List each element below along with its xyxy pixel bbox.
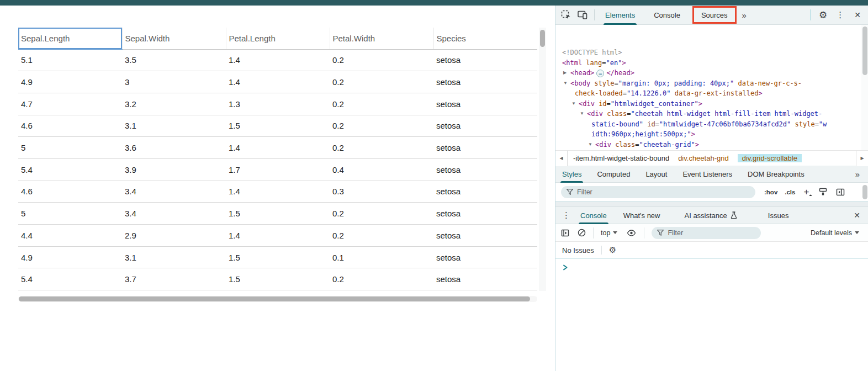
table-cell[interactable]: 4.9 [18,71,122,93]
breadcrumb-item[interactable]: -item.html-widget-static-bound [573,154,669,162]
table-row[interactable]: 5.43.71.50.2setosa [18,268,537,290]
table-cell[interactable]: 5.4 [18,268,122,290]
tab-layout[interactable]: Layout [640,166,673,183]
column-header-petal-length[interactable]: Petal.Length [226,28,330,49]
table-cell[interactable]: 5.1 [18,49,122,71]
column-header-sepal-length[interactable]: Sepal.Length [18,28,122,49]
table-row[interactable]: 4.42.91.40.2setosa [18,225,537,247]
column-header-petal-width[interactable]: Petal.Width [330,28,433,49]
dom-tree-line[interactable]: <html lang="en"> [555,58,868,68]
table-cell[interactable]: 0.2 [330,203,433,225]
table-row[interactable]: 5.43.91.70.4setosa [18,158,537,181]
table-cell[interactable]: 0.2 [330,115,433,137]
table-cell[interactable]: 0.4 [330,158,433,181]
table-cell[interactable]: 0.2 [330,225,433,247]
tab-styles[interactable]: Styles [557,166,587,183]
table-row[interactable]: 4.63.11.50.2setosa [18,115,537,137]
collapse-arrow-icon[interactable]: ▼ [580,109,584,119]
dom-tree-line[interactable]: ▼<div class="cheetah-grid"> [555,140,868,150]
table-cell[interactable]: 1.5 [226,246,330,268]
devtools-menu-icon[interactable]: ⋮ [836,10,844,20]
table-cell[interactable]: 1.5 [226,115,330,137]
table-cell[interactable]: 3.4 [122,203,226,225]
column-header-species[interactable]: Species [433,28,537,49]
table-cell[interactable]: 0.2 [330,71,433,93]
table-vertical-scrollbar-thumb[interactable] [540,30,545,47]
log-levels-dropdown[interactable]: Default levels [811,229,859,237]
table-cell[interactable]: 1.5 [226,203,330,225]
table-horizontal-scrollbar-thumb[interactable] [19,296,530,301]
drawer-menu-icon[interactable]: ⋮ [562,210,570,220]
table-cell[interactable]: 0.2 [330,137,433,159]
styles-more-tabs-icon[interactable]: » [853,169,861,179]
table-cell[interactable]: 1.5 [226,268,330,290]
table-cell[interactable]: 3.9 [122,158,226,181]
table-cell[interactable]: 0.2 [330,268,433,290]
table-cell[interactable]: 0.2 [330,49,433,71]
table-cell[interactable]: setosa [433,246,537,268]
drawer-tab-console[interactable]: Console [575,207,612,224]
table-row[interactable]: 4.63.41.40.3setosa [18,181,537,203]
table-row[interactable]: 53.61.40.2setosa [18,137,537,159]
table-row[interactable]: 5.13.51.40.2setosa [18,49,537,71]
settings-gear-icon[interactable]: ⚙ [819,9,827,21]
tab-console[interactable]: Console [648,6,686,25]
table-cell[interactable]: 4.7 [18,93,122,115]
paint-roller-icon[interactable] [819,188,827,196]
table-cell[interactable]: 1.4 [226,181,330,203]
table-cell[interactable]: setosa [433,203,537,225]
table-cell[interactable]: setosa [433,181,537,203]
issues-settings-gear-icon[interactable]: ⚙ [609,245,616,255]
tab-sources[interactable]: Sources [696,6,733,25]
table-cell[interactable]: setosa [433,49,537,71]
tab-elements[interactable]: Elements [600,6,641,25]
table-row[interactable]: 4.73.21.30.2setosa [18,93,537,115]
table-cell[interactable]: 3.7 [122,268,226,290]
table-cell[interactable]: 5 [18,203,122,225]
table-cell[interactable]: 0.3 [330,181,433,203]
expand-arrow-icon[interactable]: ▶ [563,68,567,78]
table-cell[interactable]: 4.4 [18,225,122,247]
table-cell[interactable]: 1.4 [226,49,330,71]
collapse-arrow-icon[interactable]: ▼ [588,140,592,150]
table-cell[interactable]: 4.9 [18,246,122,268]
tab-event-listeners[interactable]: Event Listeners [677,166,738,183]
breadcrumb-item[interactable]: div.grid-scrollable [738,154,802,162]
table-cell[interactable]: 0.2 [330,93,433,115]
dom-tree-scrollbar-thumb[interactable] [862,26,867,75]
devtools-close-icon[interactable]: ✕ [854,10,861,19]
console-filter-input[interactable]: Filter [652,227,761,239]
collapse-arrow-icon[interactable]: ▼ [571,99,576,109]
table-cell[interactable]: 1.4 [226,225,330,247]
breadcrumb-back-icon[interactable]: ◀ [555,151,568,166]
table-cell[interactable]: setosa [433,268,537,290]
dom-tree-line[interactable]: ▼<div id="htmlwidget_container"> [555,99,868,109]
table-row[interactable]: 53.41.50.2setosa [18,203,537,225]
more-tabs-icon[interactable]: » [740,10,748,20]
dom-tree-line[interactable]: ▼<body style="margin: 0px; padding: 40px… [555,78,868,89]
table-cell[interactable]: 3.2 [122,93,226,115]
table-cell[interactable]: 3.4 [122,181,226,203]
styles-scrollbar-thumb[interactable] [862,185,867,199]
table-cell[interactable]: 0.1 [330,246,433,268]
dom-tree-line[interactable]: <canvas width="945" height="485" style="… [555,150,868,150]
table-cell[interactable]: 5 [18,137,122,159]
breadcrumb-forward-icon[interactable]: ▶ [856,151,868,166]
dom-tree-line[interactable]: <!DOCTYPE html> [555,47,868,58]
tab-dom-breakpoints[interactable]: DOM Breakpoints [742,166,810,183]
table-cell[interactable]: 1.7 [226,158,330,181]
inspect-element-icon[interactable] [561,10,571,20]
toggle-sidebar-icon[interactable] [836,188,845,196]
table-cell[interactable]: 4.6 [18,115,122,137]
execution-context-dropdown[interactable]: top [601,229,617,237]
collapsed-content-icon[interactable]: … [596,70,604,77]
pseudo-state-toggle[interactable]: :hov [764,189,777,195]
drawer-close-icon[interactable]: ✕ [854,211,860,220]
dom-tree-line[interactable]: check-loaded="14.1226.0" data-gr-ext-ins… [555,88,868,99]
table-cell[interactable]: setosa [433,137,537,159]
new-style-rule-icon[interactable]: + [803,188,809,196]
table-vertical-scrollbar[interactable] [539,28,546,291]
console-prompt[interactable] [555,259,868,272]
drawer-resize-gutter[interactable] [555,202,868,207]
device-toolbar-icon[interactable] [578,10,588,19]
